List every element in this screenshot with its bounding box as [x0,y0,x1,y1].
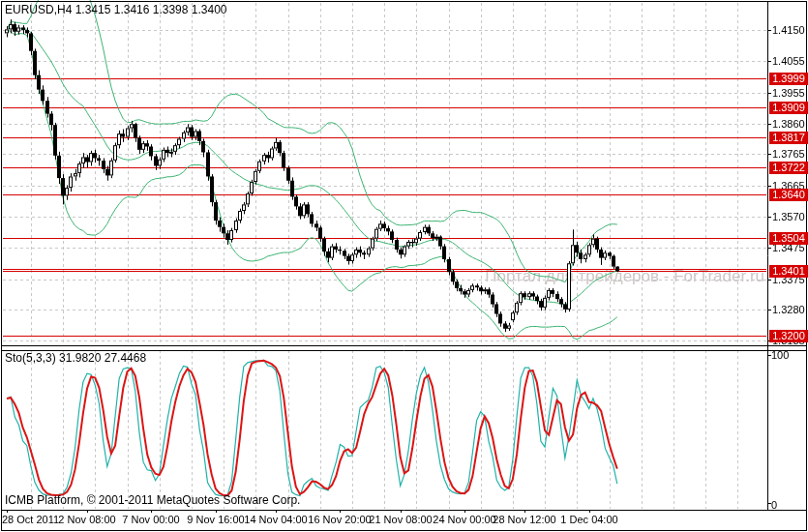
time-axis-label: 9 Nov 16:00 [187,514,244,525]
price-axis-label: 1.3280 [772,304,807,316]
mt4-chart-window: EURUSD,H4 1.3415 1.3416 1.3398 1.3400 St… [0,0,808,532]
time-axis-label: 2 Nov 08:00 [58,514,115,525]
time-axis-label: 28 Oct 2011 [2,514,59,525]
time-axis-label: 1 Dec 04:00 [560,514,617,525]
stoch-scale-100: 100 [771,349,789,362]
price-axis-label: 1.3570 [772,211,807,223]
price-axis-label: 1.3860 [772,118,807,131]
price-level-label-red: 1.3817 [769,132,808,144]
price-level-label-red: 1.3722 [769,162,808,174]
price-level-label-red: 1.3909 [769,102,808,114]
price-axis-label: 1.4055 [772,55,807,68]
price-level-label-red: 1.3401 [769,265,808,278]
time-axis-label: 7 Nov 00:00 [122,514,179,525]
stoch-scale-0: 0 [771,499,777,512]
price-axis-label: 1.3955 [772,87,807,100]
price-level-label-red: 1.3999 [769,73,808,85]
time-axis-label: 28 Nov 12:00 [493,514,555,525]
price-axis-label: 1.4150 [772,24,807,37]
time-axis-label: 21 Nov 08:00 [369,514,432,525]
stochastic-indicator-label: Sto(5,3,3) 31.9820 27.4468 [5,351,146,365]
chart-canvas[interactable] [0,0,808,532]
time-axis-label: 24 Nov 00:00 [433,514,495,525]
price-level-label-red: 1.3200 [769,330,808,342]
chart-title-ohlc: EURUSD,H4 1.3415 1.3416 1.3398 1.3400 [5,3,227,16]
time-axis-label: 16 Nov 20:00 [308,514,371,525]
price-level-label-red: 1.3504 [769,232,808,245]
price-level-label-red: 1.3640 [769,189,808,201]
time-axis-label: 14 Nov 04:00 [244,514,307,525]
platform-copyright: ICMB Platform, © 2001-2011 MetaQuotes So… [5,493,300,507]
price-axis-label: 1.3765 [772,148,807,161]
